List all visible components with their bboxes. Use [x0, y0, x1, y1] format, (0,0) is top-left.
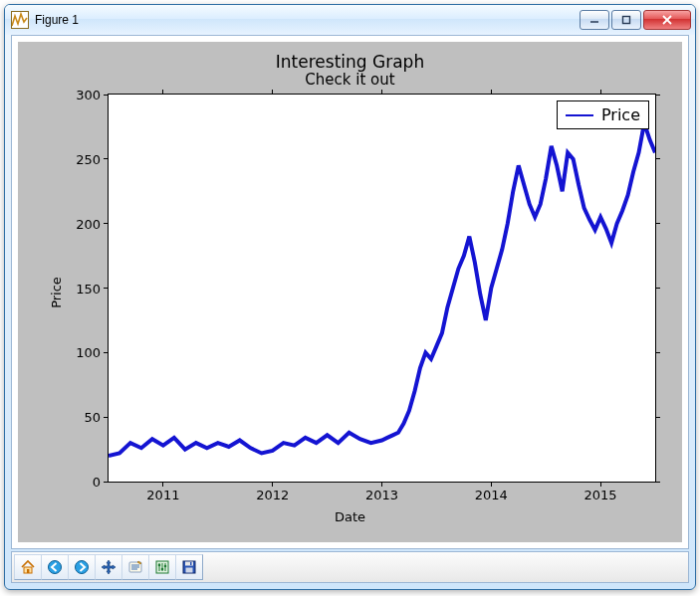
y-tick-label: 0 — [93, 475, 101, 490]
y-tick-label: 300 — [76, 88, 101, 102]
svg-point-18 — [164, 565, 167, 568]
x-tick-label: 2015 — [584, 488, 617, 502]
close-button[interactable] — [643, 10, 691, 30]
window-controls — [580, 10, 691, 30]
svg-point-16 — [158, 564, 161, 567]
svg-rect-5 — [27, 569, 29, 573]
back-button[interactable] — [41, 554, 69, 580]
pan-button[interactable] — [95, 554, 122, 580]
line-series — [109, 95, 655, 482]
toolbar — [11, 551, 689, 583]
app-icon — [11, 11, 29, 29]
svg-rect-20 — [185, 562, 193, 566]
svg-point-6 — [49, 561, 62, 574]
minimize-button[interactable] — [580, 10, 609, 30]
y-tick-label: 150 — [76, 281, 101, 296]
titlebar[interactable]: Figure 1 — [5, 5, 695, 35]
plot-frame: Interesting Graph Check it out Price Dat… — [11, 35, 689, 549]
window-title: Figure 1 — [35, 13, 580, 27]
save-button[interactable] — [175, 554, 203, 580]
x-tick-label: 2012 — [256, 488, 289, 502]
x-tick-label: 2014 — [475, 488, 508, 502]
configure-button[interactable] — [148, 554, 176, 580]
home-button[interactable] — [14, 554, 42, 580]
content-area: Interesting Graph Check it out Price Dat… — [11, 35, 689, 583]
x-axis-label: Date — [18, 509, 682, 524]
x-tick-label: 2013 — [365, 488, 398, 502]
y-axis-label: Price — [49, 277, 64, 308]
forward-button[interactable] — [68, 554, 96, 580]
svg-point-7 — [76, 561, 89, 574]
figure-background: Interesting Graph Check it out Price Dat… — [18, 42, 682, 542]
zoom-button[interactable] — [121, 554, 149, 580]
x-tick-label: 2011 — [146, 488, 179, 502]
legend: Price — [557, 100, 649, 129]
axes[interactable]: Price 0501001502002503002011201220132014… — [108, 94, 656, 483]
legend-label: Price — [601, 105, 640, 124]
svg-rect-1 — [623, 17, 630, 24]
plot-subtitle: Check it out — [18, 71, 682, 89]
svg-point-17 — [161, 568, 164, 571]
figure-window: Figure 1 Interesting Graph Check it out — [4, 4, 696, 590]
svg-rect-21 — [190, 562, 192, 565]
y-tick-label: 200 — [76, 216, 101, 231]
maximize-button[interactable] — [611, 10, 641, 30]
svg-rect-22 — [186, 568, 193, 573]
y-tick-label: 100 — [76, 345, 101, 360]
y-tick-label: 50 — [84, 410, 101, 425]
plot-title: Interesting Graph — [18, 52, 682, 72]
y-tick-label: 250 — [76, 151, 101, 166]
legend-swatch — [566, 114, 593, 116]
